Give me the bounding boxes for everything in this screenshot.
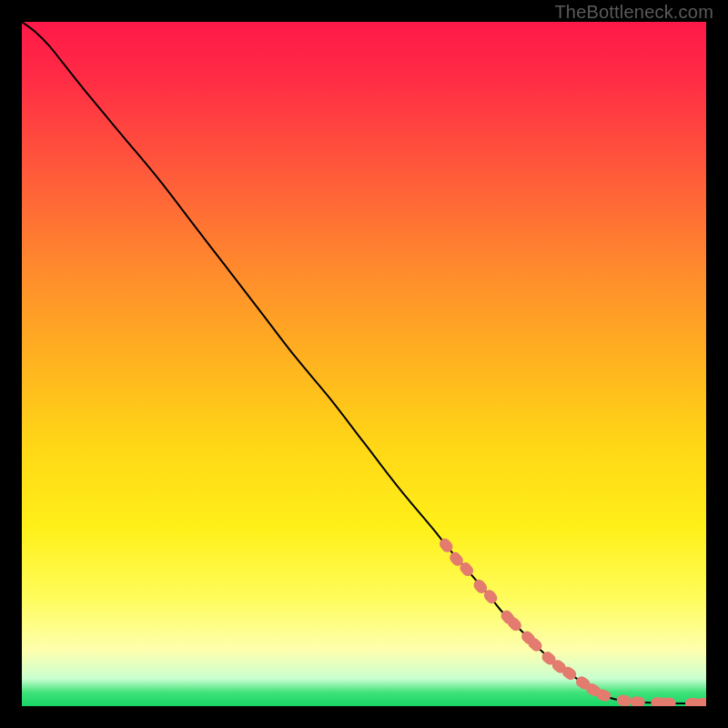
chart-root: TheBottleneck.com (0, 0, 728, 728)
chart-svg (22, 22, 706, 706)
curve-line (22, 22, 706, 703)
marker-point (661, 697, 675, 706)
marker-point (616, 694, 632, 706)
marker-point (630, 696, 645, 706)
plot-area (22, 22, 706, 706)
markers-group (438, 536, 706, 706)
watermark-text: TheBottleneck.com (554, 2, 713, 23)
